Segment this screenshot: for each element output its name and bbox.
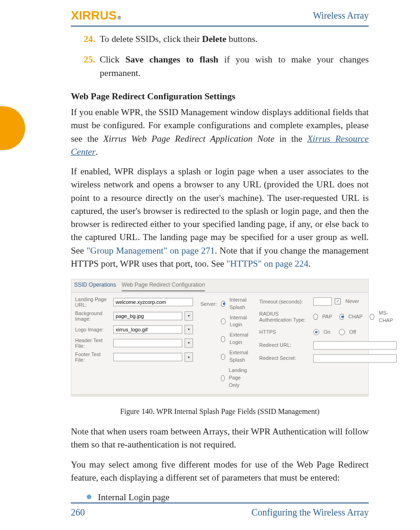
radius-auth-label: RADIUS Authentication Type: — [259, 311, 310, 322]
redirect-secret-label: Redirect Secret: — [259, 355, 310, 361]
landing-url-label: Landing Page URL: — [75, 296, 110, 308]
header-product-name: Wireless Array — [313, 10, 369, 21]
dropdown-icon[interactable]: ▾ — [185, 325, 193, 334]
step-25: 25. Click Save changes to flash if you w… — [71, 53, 369, 80]
background-image-label: Background Image: — [75, 310, 110, 322]
chap-radio[interactable] — [339, 314, 344, 320]
figure-caption: Figure 140. WPR Internal Splash Page Fie… — [71, 406, 369, 417]
config-screenshot: SSID Operations Web Page Redirect Config… — [71, 279, 369, 397]
https-on-radio[interactable] — [313, 329, 319, 335]
side-tab-indicator — [0, 106, 25, 150]
page-number: 260 — [71, 507, 85, 518]
dropdown-icon[interactable]: ▾ — [185, 338, 193, 348]
registered-mark: ® — [117, 15, 121, 21]
timeout-input[interactable] — [313, 297, 332, 306]
never-checkbox[interactable]: ✓ — [335, 298, 341, 304]
footer-text-label: Footer Text File: — [75, 351, 110, 363]
background-image-input[interactable] — [113, 312, 182, 320]
modes-paragraph: You may select among five different mode… — [71, 458, 369, 485]
tab-ssid-operations[interactable]: SSID Operations — [74, 281, 116, 291]
brand-logo: XIRRUS® — [71, 8, 121, 23]
roam-paragraph: Note that when users roam between Arrays… — [71, 425, 369, 452]
server-external-splash-radio[interactable] — [221, 354, 225, 360]
step-number: 25. — [71, 53, 95, 80]
footer-text-input[interactable] — [113, 353, 182, 361]
tab-wpr-config[interactable]: Web Page Redirect Configuration — [122, 281, 205, 291]
timeout-label: Timeout (seconds): — [259, 299, 310, 304]
https-label: HTTPS — [259, 329, 310, 335]
dropdown-icon[interactable]: ▾ — [185, 352, 193, 362]
server-label: Server: — [200, 301, 218, 307]
footer-section: Configuring the Wireless Array — [251, 507, 369, 518]
intro-paragraph-2: If enabled, WPR displays a splash or log… — [71, 165, 369, 270]
group-management-link[interactable]: "Group Management" on page 271 — [87, 246, 215, 255]
server-internal-splash-radio[interactable] — [221, 301, 225, 307]
bullet-dot-icon — [87, 495, 91, 499]
server-landing-only-radio[interactable] — [221, 375, 225, 381]
section-heading: Web Page Redirect Configuration Settings — [71, 90, 369, 103]
https-link[interactable]: "HTTPS" on page 224 — [227, 259, 309, 268]
dropdown-icon[interactable]: ▾ — [185, 311, 193, 321]
redirect-secret-input[interactable] — [313, 354, 397, 363]
step-text: To delete SSIDs, click their Delete butt… — [100, 33, 369, 46]
mschap-radio[interactable] — [370, 314, 374, 320]
server-external-login-radio[interactable] — [221, 336, 225, 342]
redirect-url-label: Redirect URL: — [259, 342, 310, 348]
https-off-radio[interactable] — [339, 329, 345, 335]
header-text-input[interactable] — [113, 339, 182, 347]
step-text: Click Save changes to flash if you wish … — [100, 53, 369, 80]
redirect-url-input[interactable] — [313, 341, 397, 350]
logo-image-label: Logo Image: — [75, 327, 110, 332]
step-24: 24. To delete SSIDs, click their Delete … — [71, 33, 369, 46]
logo-text: XIRRUS — [71, 8, 117, 23]
intro-paragraph-1: If you enable WPR, the SSID Management w… — [71, 106, 369, 158]
step-number: 24. — [71, 33, 95, 46]
logo-image-input[interactable] — [113, 325, 182, 334]
header-text-label: Header Text File: — [75, 337, 110, 349]
landing-url-input[interactable] — [113, 298, 193, 306]
pap-radio[interactable] — [313, 314, 318, 320]
server-internal-login-radio[interactable] — [221, 318, 226, 324]
